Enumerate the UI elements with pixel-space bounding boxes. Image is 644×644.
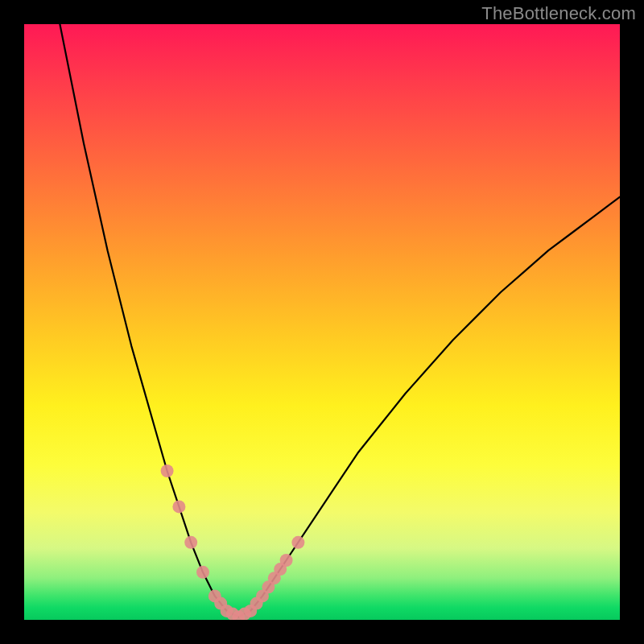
chart-svg [24,24,620,620]
plot-area [24,24,620,620]
marker-dot [161,464,174,477]
curve-markers [161,464,305,620]
chart-frame: TheBottleneck.com [0,0,644,644]
marker-dot [280,554,293,567]
marker-dot [291,536,304,549]
curve-line [60,24,620,617]
marker-dot [196,566,209,579]
marker-dot [184,536,197,549]
watermark-text: TheBottleneck.com [481,3,636,24]
marker-dot [172,500,185,513]
